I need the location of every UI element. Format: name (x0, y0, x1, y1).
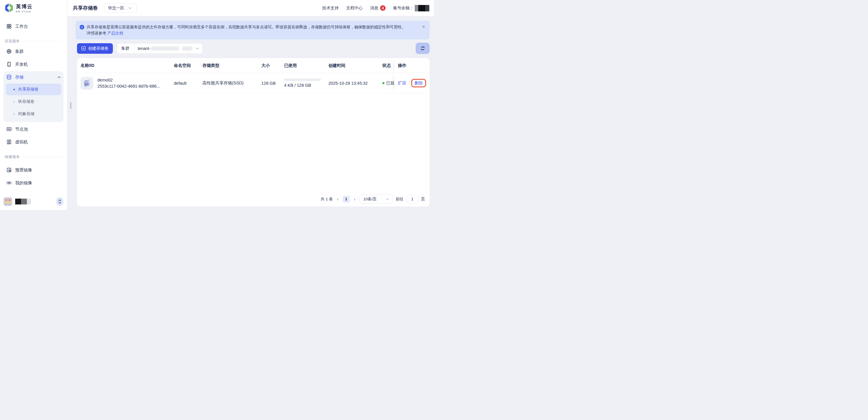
brand-text: 英博云 EB Cloud (16, 3, 33, 13)
user-avatar[interactable] (3, 197, 12, 206)
prev-page-button[interactable]: ‹ (336, 197, 340, 201)
sidebar-item-node-pool[interactable]: 节点池 (3, 123, 64, 135)
balance-label: 账号余额： (393, 5, 413, 11)
sidebar-item-label: 预置镜像 (15, 167, 32, 173)
divider (409, 81, 409, 85)
volume-id: 2553c117-0042-4691-8d7b-686... (97, 84, 160, 88)
sidebar-item-label: 节点池 (15, 127, 28, 132)
banner-line2: 详情请参考 产品文档 (87, 30, 406, 36)
sidebar-item-label: 工作台 (15, 24, 28, 29)
create-volume-label: 创建存储卷 (88, 46, 108, 51)
bullet-dot (13, 89, 15, 90)
page-size-value: 10条/页 (364, 197, 377, 202)
sidebar-subitem-label: 对象存储 (18, 111, 34, 116)
volume-name: demo02 (97, 78, 160, 82)
chevron-down-icon (58, 202, 61, 203)
sidebar-item-my-image[interactable]: 我的镜像 (3, 177, 64, 189)
sidebar-item-label: 我的镜像 (15, 180, 32, 186)
info-icon: i (80, 25, 84, 29)
docs-center-link[interactable]: 文档中心 (346, 5, 363, 11)
sidebar-item-storage[interactable]: 存储 (3, 71, 64, 83)
sidebar: 英博云 EB Cloud 工作台 容器服务 (0, 0, 67, 210)
section-divider (23, 41, 62, 41)
usage-progress-bar (284, 79, 321, 81)
table-header-row: 名称/ID 命名空间 存储类型 大小 已使用 创建时间 状态 操作 (77, 58, 430, 73)
redacted-cluster-name (182, 47, 192, 51)
cluster-select[interactable]: 集群 tenant- (117, 43, 203, 54)
create-volume-button[interactable]: 创建存储卷 (77, 43, 113, 54)
banner-close-icon[interactable]: ✕ (422, 25, 425, 29)
volume-namespace: default (174, 81, 203, 86)
virtual-machine-icon (6, 139, 12, 145)
main-content: i 共享存储卷是英博云容器服务提供的文件存储方案，可同时挂载至多个容器实例，实现… (67, 16, 434, 210)
volume-folder-icon: EPFS (81, 77, 93, 90)
chevron-up-icon (58, 199, 61, 201)
sidebar-user-bar (0, 193, 67, 210)
sidebar-item-cluster[interactable]: 集群 (3, 46, 64, 57)
database-icon (6, 75, 12, 80)
section-label: 镜像服务 (5, 154, 20, 160)
sidebar-item-workbench[interactable]: 工作台 (3, 21, 64, 32)
scrollbar-thumb[interactable] (70, 102, 71, 109)
product-docs-link[interactable]: 产品文档 (107, 31, 123, 35)
sidebar-section-container-services: 容器服务 (5, 38, 62, 44)
next-page-button[interactable]: › (352, 197, 357, 201)
top-bar: 共享存储卷 华北一区 技术支持 文档中心 消息 4 账号余额： (67, 0, 434, 16)
banner-text: 共享存储卷是英博云容器服务提供的文件存储方案，可同时挂载至多个容器实例，实现数据… (87, 24, 406, 36)
app-window: 英博云 EB Cloud 工作台 容器服务 (0, 0, 434, 210)
brand-name: 英博云 (16, 3, 33, 10)
column-header: 大小 (261, 63, 284, 68)
bullet-dot (13, 101, 15, 103)
cluster-select-value: tenant- (134, 46, 151, 51)
bullet-dot (13, 113, 15, 115)
sidebar-item-block-volume[interactable]: 块存储卷 (6, 96, 61, 108)
row-actions: 扩容 删除 (394, 73, 430, 93)
delete-action-link[interactable]: 删除 (414, 80, 423, 86)
column-header: 存储类型 (203, 63, 261, 68)
delete-annotation-highlight: 删除 (411, 79, 426, 87)
sidebar-item-label: 虚拟机 (15, 139, 28, 145)
messages-count-badge: 4 (380, 5, 385, 11)
banner-detail-prefix: 详情请参考 (87, 31, 106, 35)
sidebar-item-devbox[interactable]: 开发机 (3, 58, 64, 70)
messages-link[interactable]: 消息 4 (370, 5, 385, 11)
volumes-table-card: 名称/ID 命名空间 存储类型 大小 已使用 创建时间 状态 操作 (77, 58, 430, 206)
my-image-icon (6, 180, 12, 186)
goto-page-input[interactable] (407, 195, 418, 203)
sidebar-item-label: 开发机 (15, 62, 28, 67)
redacted-username (15, 199, 31, 204)
column-header: 名称/ID (77, 63, 174, 68)
refresh-button[interactable] (415, 43, 430, 54)
sidebar-item-vm[interactable]: 虚拟机 (3, 136, 64, 148)
info-banner: i 共享存储卷是英博云容器服务提供的文件存储方案，可同时挂载至多个容器实例，实现… (75, 21, 430, 39)
sidebar-subitem-label: 共享存储卷 (18, 87, 38, 92)
region-select[interactable]: 华北一区 (104, 3, 137, 13)
volume-name-cell: EPFS demo02 2553c117-0042-4691-8d7b-686.… (77, 77, 174, 90)
redacted-cluster-name (151, 47, 179, 51)
chevron-down-icon (386, 198, 389, 200)
sidebar-item-label: 集群 (15, 49, 24, 54)
status-label: 已就绪 (386, 81, 394, 86)
sidebar-item-object-storage[interactable]: 对象存储 (6, 108, 61, 120)
support-link[interactable]: 技术支持 (322, 5, 339, 11)
status-dot (382, 82, 384, 84)
chevron-down-icon (196, 47, 199, 49)
goto-label: 前往 (396, 197, 404, 202)
pagination-total: 共 1 条 (320, 197, 333, 202)
pagination: 共 1 条 ‹ 1 › 10条/页 前往 页 (320, 195, 425, 203)
current-page-button[interactable]: 1 (343, 196, 350, 203)
sidebar-item-shared-volume[interactable]: 共享存储卷 (6, 84, 61, 95)
preset-image-icon (6, 167, 12, 173)
sidebar-item-label: 存储 (15, 75, 24, 80)
redacted-balance (415, 5, 429, 11)
expand-action-link[interactable]: 扩容 (398, 80, 406, 86)
sidebar-section-image-services: 镜像服务 (5, 154, 62, 160)
page-size-select[interactable]: 10条/页 (360, 195, 393, 203)
sidebar-group-storage: 存储 共享存储卷 块存储卷 对象存储 (3, 71, 64, 122)
kubernetes-wheel-icon (6, 49, 12, 54)
sidebar-collapse-button[interactable] (56, 197, 63, 206)
sidebar-item-preset-image[interactable]: 预置镜像 (3, 164, 64, 176)
region-value: 华北一区 (108, 5, 124, 11)
column-header: 已使用 (284, 63, 329, 68)
volume-name-lines: demo02 2553c117-0042-4691-8d7b-686... (97, 78, 160, 88)
